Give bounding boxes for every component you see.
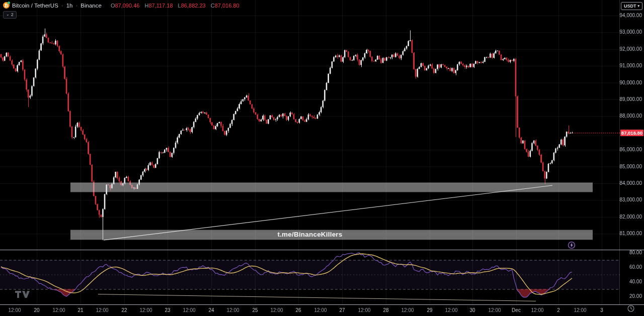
price-tick-label: 90,000.00 — [620, 80, 642, 85]
clock-icon[interactable] — [627, 304, 635, 312]
open-value: 87,090.46 — [115, 3, 139, 9]
price-tick-label: 92,000.00 — [620, 47, 642, 52]
price-tick-label: 89,000.00 — [620, 97, 642, 102]
price-tick-label: 91,000.00 — [620, 63, 642, 68]
time-tick-label: 12:00 — [488, 307, 501, 313]
time-tick-label: 28 — [383, 307, 388, 313]
time-tick-label: 29 — [427, 307, 432, 313]
exchange-label: Binance — [80, 3, 102, 9]
lightning-badge-icon[interactable] — [568, 241, 576, 249]
high-value: 87,117.18 — [148, 3, 173, 9]
rsi-tick-label: 60.00 — [629, 265, 642, 270]
price-tick-label: 94,000.00 — [620, 13, 642, 18]
legend-separator: · — [61, 3, 63, 9]
time-tick-label: 12:00 — [445, 307, 457, 313]
symbol-title: Bitcoin / TetherUS — [12, 3, 58, 9]
currency-unit-button[interactable]: USDT ▾ — [621, 2, 642, 10]
price-tick-label: 93,000.00 — [620, 30, 642, 35]
time-tick-label: 20 — [34, 307, 39, 313]
low-value: 86,882.23 — [181, 3, 206, 9]
channel-watermark: t.me/BinanceKillers — [0, 231, 620, 238]
time-tick-label: 12:00 — [270, 307, 283, 313]
time-tick-label: 21 — [77, 307, 83, 313]
time-tick-label: 12:00 — [139, 307, 152, 313]
currency-unit-label: USDT — [624, 4, 636, 9]
time-tick-label: 12:00 — [531, 307, 543, 313]
rsi-tick-label: 20.00 — [629, 294, 642, 299]
time-tick-label: 30 — [469, 307, 475, 313]
legend-separator: · — [75, 3, 77, 9]
collapsed-count: 2 — [11, 12, 14, 18]
chart-canvas[interactable] — [0, 0, 644, 316]
time-tick-label: 12:00 — [8, 307, 21, 313]
time-tick-label: 2 — [557, 307, 560, 313]
time-tick-label: 3 — [600, 307, 603, 313]
price-tick-label: 84,000.00 — [620, 181, 642, 186]
time-tick-label: 25 — [252, 307, 258, 313]
time-tick-label: 12:00 — [358, 307, 370, 313]
caret-down-icon: ▾ — [637, 4, 639, 8]
last-price-tag: 87,016.80 — [620, 130, 643, 136]
time-tick-label: 23 — [165, 307, 170, 313]
time-axis[interactable]: 12:002012:002112:002212:002312:002412:00… — [0, 305, 644, 316]
time-tick-label: Dec — [512, 307, 521, 313]
price-tick-label: 85,000.00 — [620, 164, 642, 169]
time-tick-label: 26 — [295, 307, 301, 313]
close-value: 87,016.80 — [215, 3, 239, 9]
indicators-collapse-button[interactable]: ⌄ 2 — [3, 11, 17, 19]
price-tick-label: 83,000.00 — [620, 197, 642, 202]
time-tick-label: 12:00 — [183, 307, 195, 313]
ohlc-values: O87,090.46 H87,117.18 L86,882.23 C87,016… — [107, 3, 239, 9]
rsi-tick-label: 80.00 — [629, 250, 642, 255]
price-tick-label: 88,000.00 — [620, 114, 642, 119]
symbol-legend[interactable]: ₿ Bitcoin / TetherUS · 1h · Binance O87,… — [3, 2, 239, 9]
time-tick-label: 12:00 — [96, 307, 108, 313]
rsi-tick-label: 40.00 — [629, 279, 642, 284]
time-tick-label: 27 — [339, 307, 345, 313]
tradingview-chart-window: ₿ Bitcoin / TetherUS · 1h · Binance O87,… — [0, 0, 644, 316]
price-tick-label: 81,000.00 — [620, 231, 642, 236]
time-tick-label: 12:00 — [314, 307, 327, 313]
time-tick-label: 12:00 — [226, 307, 239, 313]
time-tick-label: 12:00 — [401, 307, 414, 313]
time-tick-label: 22 — [121, 307, 127, 313]
interval-label: 1h — [66, 3, 73, 9]
time-tick-label: 12:00 — [574, 307, 586, 313]
price-tick-label: 86,000.00 — [620, 147, 642, 152]
close-label: C — [211, 3, 215, 9]
price-axis[interactable]: USDT ▾ 94,000.0093,000.0092,000.0091,000… — [620, 0, 644, 316]
tradingview-logo[interactable] — [15, 291, 30, 300]
chevron-down-icon: ⌄ — [6, 12, 10, 17]
price-tick-label: 82,000.00 — [620, 215, 642, 220]
bitcoin-logo-icon: ₿ — [3, 2, 10, 9]
time-tick-label: 24 — [208, 307, 214, 313]
time-tick-label: 12:00 — [52, 307, 65, 313]
